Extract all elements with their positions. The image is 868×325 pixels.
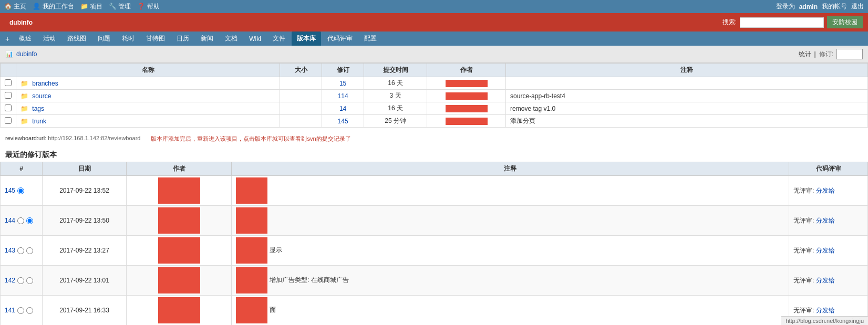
folder-icon: 📁 [20, 92, 28, 100]
bottom-bar: http://blog.csdn.net/kongxingju [781, 316, 868, 325]
review-label: 无评审: [793, 307, 816, 314]
file-author [427, 115, 506, 128]
col-author: 作者 [427, 64, 506, 77]
to-rev-radio[interactable] [26, 217, 33, 224]
review-label: 无评审: [793, 277, 816, 284]
tab-bar: + 概述 活动 路线图 问题 耗时 甘特图 日历 新闻 文档 Wiki 文件 版… [0, 32, 868, 46]
row-checkbox[interactable] [5, 104, 12, 111]
search-button[interactable]: 安防校园 [827, 16, 863, 28]
file-commit-time: 3 天 [364, 90, 427, 102]
tab-config[interactable]: 配置 [359, 32, 382, 46]
tab-gantt[interactable]: 甘特图 [141, 32, 170, 46]
add-tab-button[interactable]: + [2, 33, 13, 45]
search-area: 搜索: 安防校园 [722, 16, 863, 28]
file-link[interactable]: tags [32, 105, 44, 112]
file-revision: 114 [322, 90, 364, 102]
tab-wiki[interactable]: Wiki [244, 33, 266, 45]
col-rev-author: 作者 [127, 162, 232, 176]
file-revision: 145 [322, 115, 364, 128]
rev-comment: 增加广告类型: 在线商城广告 [232, 266, 789, 296]
rev-date: 2017-09-22 13:27 [43, 236, 127, 266]
col-commit-time: 提交时间 [364, 64, 427, 77]
col-revision: 修订 [322, 64, 364, 77]
tab-docs[interactable]: 文档 [220, 32, 243, 46]
revision-input[interactable] [836, 49, 863, 59]
nav-help[interactable]: ❓ 帮助 [137, 2, 159, 11]
row-checkbox[interactable] [5, 117, 12, 124]
info-text: 版本库添加完后，重新进入该项目，点击版本库就可以查看到svn的提交记录了 [151, 135, 350, 143]
revision-label: 修订: [819, 50, 833, 59]
revision-link[interactable]: 15 [339, 80, 346, 87]
nav-workspace[interactable]: 👤 我的工作台 [33, 2, 74, 11]
file-link[interactable]: trunk [32, 118, 46, 125]
revision-row: 141 2017-09-21 16:33 面 无评审: 分发给 [1, 296, 868, 326]
tab-calendar[interactable]: 日历 [171, 32, 194, 46]
to-rev-radio[interactable] [26, 307, 33, 314]
rev-review: 无评审: 分发给 [789, 176, 868, 206]
rev-link[interactable]: 142 [5, 277, 15, 284]
to-rev-radio[interactable] [26, 277, 33, 284]
rev-review: 无评审: 分发给 [789, 236, 868, 266]
revision-row: 142 2017-09-22 13:01 增加广告类型: 在线商城广告 无评审:… [1, 266, 868, 296]
rev-link[interactable]: 143 [5, 247, 15, 254]
from-rev-radio[interactable] [17, 217, 24, 224]
tab-files[interactable]: 文件 [267, 32, 291, 46]
review-link[interactable]: 分发给 [816, 247, 835, 254]
review-link[interactable]: 分发给 [816, 217, 835, 224]
recent-revisions-heading: 最近的修订版本 [0, 146, 868, 162]
tab-time[interactable]: 耗时 [117, 32, 140, 46]
tab-repository[interactable]: 版本库 [292, 32, 321, 46]
tab-issues[interactable]: 问题 [92, 32, 116, 46]
project-breadcrumb[interactable]: dubinfo [16, 50, 37, 58]
rev-link[interactable]: 141 [5, 307, 15, 314]
search-label: 搜索: [722, 18, 737, 27]
file-author [427, 77, 506, 90]
rev-number-cell: 145 [1, 176, 43, 206]
comment-text: 增加广告类型: 在线商城广告 [270, 276, 349, 284]
revision-link[interactable]: 114 [338, 92, 348, 100]
rev-author [127, 206, 232, 236]
search-input[interactable] [740, 17, 824, 28]
file-commit-time: 25 分钟 [364, 115, 427, 128]
rev-author [127, 266, 232, 296]
rev-date: 2017-09-22 13:52 [43, 176, 127, 206]
tab-roadmap[interactable]: 路线图 [62, 32, 91, 46]
nav-admin[interactable]: 🔧 管理 [109, 2, 131, 11]
info-row: reviewboard:url: http://192.168.1.142:82… [0, 132, 868, 146]
folder-icon: 📁 [20, 118, 28, 125]
file-link[interactable]: source [32, 92, 51, 100]
from-rev-radio[interactable] [17, 187, 24, 194]
file-link[interactable]: branches [32, 80, 58, 87]
row-checkbox[interactable] [5, 79, 12, 86]
comment-redacted [236, 177, 267, 204]
tab-activity[interactable]: 活动 [38, 32, 61, 46]
top-nav-right: 登录为 admin 我的帐号 退出 [776, 2, 864, 11]
tab-overview[interactable]: 概述 [14, 32, 37, 46]
rev-number-cell: 141 [1, 296, 43, 326]
tab-code-review[interactable]: 代码评审 [322, 32, 358, 46]
comment-text: 显示 [270, 246, 282, 254]
tab-news[interactable]: 新闻 [195, 32, 219, 46]
rev-number-cell: 144 [1, 206, 43, 236]
file-table-row: 📁 trunk 145 25 分钟 添加分页 [1, 115, 868, 128]
rev-link[interactable]: 144 [5, 217, 15, 224]
author-avatar-redacted [158, 237, 200, 264]
my-account-link[interactable]: 我的帐号 [822, 2, 847, 11]
revision-link[interactable]: 14 [339, 105, 346, 112]
nav-home[interactable]: 🏠 主页 [4, 2, 26, 11]
nav-projects[interactable]: 📁 项目 [80, 2, 102, 11]
logout-link[interactable]: 退出 [851, 2, 864, 11]
review-label: 无评审: [793, 187, 816, 194]
to-rev-radio[interactable] [26, 247, 33, 254]
rev-link[interactable]: 145 [5, 187, 15, 194]
review-link[interactable]: 分发给 [816, 307, 835, 314]
from-rev-radio[interactable] [17, 247, 24, 254]
row-checkbox[interactable] [5, 92, 12, 99]
rev-comment [232, 206, 789, 236]
comment-redacted [236, 237, 267, 264]
from-rev-radio[interactable] [17, 277, 24, 284]
review-link[interactable]: 分发给 [816, 187, 835, 194]
revision-link[interactable]: 145 [338, 118, 348, 125]
from-rev-radio[interactable] [17, 307, 24, 314]
review-link[interactable]: 分发给 [816, 277, 835, 284]
